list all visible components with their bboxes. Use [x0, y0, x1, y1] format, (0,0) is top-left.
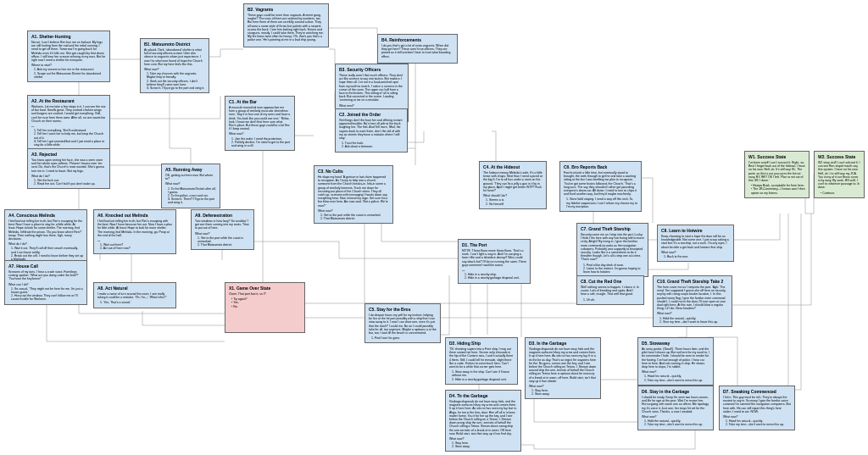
node-w1[interactable]: W1. Success State I've been asteff I can… [744, 151, 810, 198]
node-a7[interactable]: A7. House Call Screams of my toes. I hea… [4, 260, 87, 305]
q: What now? [144, 68, 205, 71]
node-x1[interactable]: X1. Game Over State Claim. That part fas… [225, 282, 305, 333]
node-a8[interactable]: A8. Act Natural I make a noise of turn a… [93, 282, 176, 308]
o: 3. Screw it. I'll just go to the port an… [147, 86, 205, 90]
b: Few brut took a little time, but eventua… [564, 171, 637, 196]
t: C3. No Cults [318, 169, 389, 174]
q: What now? [165, 182, 216, 186]
node-a6[interactable]: A6. Knocked out Melinda I feel bad not t… [93, 209, 176, 254]
node-d5[interactable]: D5. Stowaway An army points. (Good!). Th… [637, 337, 714, 386]
node-c7[interactable]: C7. Grand Theft Starship Security come m… [576, 223, 648, 277]
q: What now? [529, 385, 597, 388]
b: I hit in. This guy must be rich. They're… [723, 396, 791, 413]
q: What do I do? [8, 242, 83, 246]
t: D7. Sneaking Commenced [723, 389, 791, 394]
q: What now? [661, 251, 730, 254]
node-c4[interactable]: C4. At the Hideout The hideout meany Mel… [479, 161, 547, 209]
b: The hideout meany Melinda's safe. It's a… [483, 171, 542, 192]
b: NOTE. These flows move those flows. That… [462, 249, 526, 267]
o: 2. Hide in a nearby garbage disposal uni… [452, 378, 514, 381]
t: A7. House Call [8, 264, 83, 269]
o: 1. Uh oh. [583, 298, 640, 302]
node-w2[interactable]: W2. Success State W2 story stuff I can't… [814, 151, 865, 198]
node-d4[interactable]: D4. To the Garbage Garbage disposals do … [445, 390, 521, 452]
b: Keep choosing to start a hope the door w… [661, 235, 730, 249]
node-d6[interactable]: D6. Stay in the Garbage I should be read… [637, 386, 714, 430]
o: • No. [231, 305, 301, 308]
o: 3. Tell her I got arrested/lost and I ju… [34, 140, 106, 147]
node-b2[interactable]: B2. Vagrants These guys could be more th… [243, 3, 329, 47]
t: D4. To the Garbage [449, 393, 517, 398]
o: 2. Go himself. [486, 203, 542, 206]
node-d2[interactable]: D2. Hiding Ship 'Ok' sheating supers int… [445, 337, 518, 385]
node-d3[interactable]: D3. In the Garbage Garbage disposals do … [525, 337, 601, 399]
q: What do I do? [31, 175, 106, 178]
node-c10[interactable]: C10. Grand Theft Starship Take 2 The her… [653, 275, 732, 327]
o: 1. Find I sort for goes. [371, 336, 437, 340]
q: What now? [642, 370, 709, 374]
o: 2. Hurry out the window. They can't foll… [11, 294, 83, 301]
t: C5. Stay for the Bros [369, 307, 437, 312]
q: What now? [449, 437, 517, 441]
t: D6. Stay in the Garbage [642, 389, 709, 394]
node-b1[interactable]: B1. Matsumoto District As placid. Dark, … [140, 38, 209, 93]
node-a2[interactable]: A2. At the Restaurant Worlanin. Let me t… [27, 95, 110, 150]
node-c8[interactable]: C8. Cut the Red One Well nothing seems t… [576, 275, 644, 305]
b: I've been asteff I can't sorcard it. Rig… [748, 161, 805, 182]
b: I feel bad not telling her truth, but Re… [8, 219, 83, 241]
node-c9[interactable]: C9. Learn to Hotwire Keep choosing to st… [657, 225, 734, 262]
q: What now? [318, 209, 389, 213]
b: Garbage disposals do not have easy hids … [529, 347, 597, 383]
t: C2. Joined the Order [339, 112, 403, 117]
t: D5. Stowaway [642, 341, 709, 346]
o: 1. Take my chances with the vagrants. Ma… [147, 72, 205, 79]
t: X1. Game Over State [229, 286, 301, 291]
node-c3[interactable]: C3. No Cults He slaps my hand 'A gesture… [314, 165, 393, 224]
o: 1. Gone bold staying. I need a way off t… [566, 197, 637, 208]
q: --- [31, 125, 106, 128]
q: What now? [657, 312, 728, 315]
t: W2. Success State [818, 154, 860, 159]
t: A6. Knocked out Melinda [97, 213, 172, 218]
b: I make a noise of turn around the room. … [97, 292, 172, 299]
node-a3[interactable]: A3. Rejected You know upon seeing her fa… [27, 148, 110, 189]
node-c1[interactable]: C1. At the Bar A muscule maneclad man ap… [225, 96, 295, 151]
b: I should be ready. Keep I'm seen two hou… [642, 396, 709, 413]
node-a9[interactable]: A9. Defenestration Two windows in how lo… [191, 209, 254, 250]
node-a4[interactable]: A4. Conscious Melinda I feel bad not tel… [4, 209, 87, 264]
node-c2[interactable]: C2. Joined the Order Get things don't th… [335, 108, 408, 153]
t: B1. Matsumoto District [144, 42, 205, 47]
o: 2. Stow away. [452, 445, 517, 448]
o: • Continue. [821, 191, 860, 195]
node-c6[interactable]: C6. Bro Reports Back Few brut took a lit… [559, 161, 642, 212]
o: 1. Stow away in the ship. Can't win if I… [452, 370, 514, 377]
q: --- [462, 269, 526, 272]
q: What can I do? [8, 283, 83, 286]
b: A muscule maneclad man approaches me fro… [229, 106, 291, 130]
node-d7[interactable]: D7. Sneaking Commenced I hit in. This gu… [719, 386, 795, 430]
b: I feel bad not telling her truth, but Re… [97, 219, 172, 237]
o: 2. Listen to the instinct. I'm gonna hop… [583, 267, 644, 274]
node-a5[interactable]: A5. Running Away OK, getting out here no… [161, 164, 220, 208]
b: Worlanin. Let me take a few steps in it.… [31, 105, 106, 123]
b: OK, getting out here now. But where to? [165, 174, 216, 180]
o: 2. Stow away. [531, 392, 597, 396]
b: 'Ok' sheating supers into a Free ship. I… [449, 347, 514, 369]
t: D2. Hiding Ship [449, 341, 514, 346]
o: 2. Ask about a betroom. [342, 145, 403, 148]
o: 2. Read her out. Can't fail if you don't… [34, 182, 106, 186]
t: A3. Rejected [31, 152, 106, 157]
t: C1. At the Bar [229, 99, 291, 104]
t: A9. Defenestration [195, 213, 250, 218]
t: A1. Shelter-Hunting [31, 34, 106, 39]
t: D3. In the Garbage [529, 341, 597, 346]
node-d1[interactable]: D1. The Port NOTE. These flows move thos… [458, 239, 531, 284]
b: These guys could be more than vagrants. … [248, 14, 325, 42]
b: Narrat. I can't believe Ren has me on lo… [31, 41, 106, 62]
q: What now? [229, 132, 291, 136]
b: Garbage disposals do not have easy hids,… [449, 400, 517, 436]
node-a1[interactable]: A1. Shelter-Hunting Narrat. I can't beli… [27, 31, 110, 82]
o: • The JR-Commitory—I knows won't then op… [751, 187, 805, 194]
node-b4[interactable]: B4. Reinforcements I do you that's got a… [377, 34, 458, 64]
node-c5[interactable]: C5. Stay for the Bros I do despair hours… [364, 303, 441, 343]
